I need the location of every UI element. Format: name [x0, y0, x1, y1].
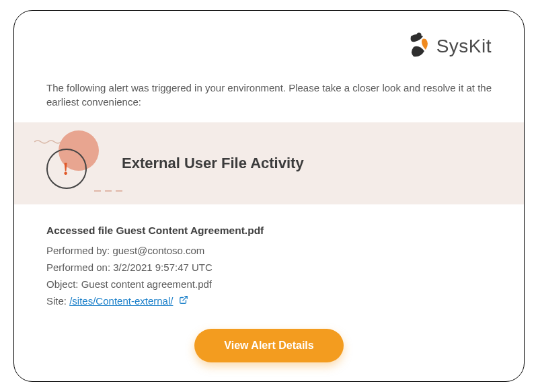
performed-by-label: Performed by:	[46, 245, 112, 256]
dash-decoration-icon	[94, 190, 122, 192]
performed-by-row: Performed by: guest@contoso.com	[46, 243, 492, 260]
alert-details: Accessed file Guest Content Agreement.pd…	[14, 204, 524, 317]
svg-point-0	[416, 33, 421, 38]
object-label: Object:	[46, 278, 81, 290]
details-heading: Accessed file Guest Content Agreement.pd…	[46, 222, 492, 239]
wave-decoration-icon	[34, 139, 54, 142]
syskit-logo-icon	[407, 32, 431, 61]
brand-name: SysKit	[436, 36, 492, 57]
performed-on-value: 3/2/2021 9:57:47 UTC	[113, 262, 213, 273]
performed-on-row: Performed on: 3/2/2021 9:57:47 UTC	[46, 260, 492, 276]
performed-on-label: Performed on:	[46, 262, 113, 273]
site-link[interactable]: /sites/Content-external/	[69, 295, 173, 307]
object-row: Object: Guest content agreement.pdf	[46, 276, 492, 293]
alert-title: External User File Activity	[122, 155, 304, 172]
intro-text: The following alert was triggered in you…	[14, 67, 524, 122]
exclamation-icon: !	[63, 158, 69, 180]
site-label: Site:	[46, 295, 69, 307]
alert-card: SysKit The following alert was triggered…	[13, 10, 525, 382]
alert-banner: ! External User File Activity	[14, 122, 524, 204]
alert-illustration: !	[46, 134, 106, 193]
brand-logo: SysKit	[407, 32, 492, 61]
view-alert-details-button[interactable]: View Alert Details	[194, 329, 343, 362]
header: SysKit	[14, 11, 524, 67]
site-row: Site: /sites/Content-external/	[46, 293, 492, 310]
performed-by-value: guest@contoso.com	[112, 245, 204, 256]
cta-wrap: View Alert Details	[14, 317, 524, 381]
object-value: Guest content agreement.pdf	[81, 278, 212, 290]
external-link-icon[interactable]	[179, 293, 188, 310]
svg-line-1	[182, 297, 186, 301]
